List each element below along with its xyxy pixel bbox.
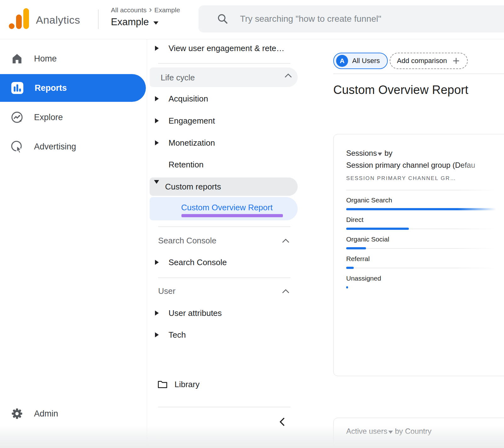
- card-dimension-line: Session primary channel group (Defau: [346, 161, 504, 170]
- sidebar-item-reports[interactable]: Reports: [0, 74, 146, 102]
- nav-section-user[interactable]: User: [147, 283, 300, 299]
- bar-organic-search: [346, 208, 504, 210]
- sidebar-item-advertising[interactable]: Advertising: [0, 139, 146, 154]
- nav-divider: [158, 63, 290, 64]
- metric-selector[interactable]: Active users: [346, 427, 387, 436]
- expand-right-icon: [155, 140, 160, 145]
- bar-label: Organic Social: [346, 235, 504, 244]
- nav-item-view-user-engagement[interactable]: View user engagement & rete…: [147, 40, 300, 56]
- sidebar-item-home[interactable]: Home: [0, 51, 146, 67]
- chevron-down-icon[interactable]: [378, 153, 382, 156]
- sidebar-item-label: Reports: [35, 83, 67, 93]
- property-selector[interactable]: Example: [111, 16, 158, 28]
- card-title: Active users by Country: [346, 427, 432, 436]
- segment-chip-label: All Users: [352, 57, 380, 65]
- nav-item-label: Engagement: [169, 116, 215, 126]
- sidebar-item-explore[interactable]: Explore: [0, 109, 146, 125]
- nav-item-engagement[interactable]: Engagement: [147, 113, 300, 129]
- nav-divider: [158, 407, 290, 407]
- bar-direct: [346, 228, 409, 230]
- reports-icon: [11, 81, 24, 95]
- breadcrumb-leaf: Example: [154, 6, 180, 14]
- breadcrumb[interactable]: All accounts › Example: [111, 6, 180, 14]
- segment-chip-all-users[interactable]: A All Users: [333, 53, 388, 69]
- card-divider: [346, 190, 504, 190]
- ga-analytics-screen: Analytics All accounts › Example Example…: [0, 0, 504, 448]
- bar-track: [346, 268, 504, 268]
- nav-item-label: Retention: [169, 160, 203, 170]
- nav-item-label[interactable]: Custom Overview Report: [181, 203, 272, 212]
- sidebar-item-label: Explore: [34, 113, 63, 122]
- collapse-drawer-button[interactable]: [277, 416, 288, 427]
- header-divider: [98, 9, 99, 29]
- bar-row-organic-social[interactable]: Organic Social: [346, 235, 504, 254]
- home-icon: [10, 52, 24, 66]
- bar-row-unassigned[interactable]: Unassigned: [346, 274, 504, 293]
- product-name: Analytics: [36, 14, 80, 26]
- search-icon: [217, 13, 229, 25]
- chevron-up-icon[interactable]: [282, 238, 289, 243]
- sidebar-item-admin[interactable]: Admin: [0, 406, 146, 422]
- highlight-underline: [181, 214, 283, 217]
- nav-item-library[interactable]: Library: [147, 376, 300, 392]
- nav-item-custom-reports[interactable]: Custom reports: [150, 177, 298, 196]
- bar-unassigned: [346, 286, 348, 288]
- expand-right-icon: [155, 311, 160, 316]
- bar-row-organic-search[interactable]: Organic Search: [346, 195, 504, 215]
- nav-item-tech[interactable]: Tech: [147, 327, 300, 343]
- chevron-up-icon[interactable]: [282, 289, 289, 294]
- bar-label: Referral: [346, 254, 504, 264]
- google-analytics-logo-icon[interactable]: [9, 8, 29, 31]
- nav-item-retention[interactable]: Retention: [147, 157, 300, 172]
- bar-referral: [346, 267, 354, 269]
- nav-item-user-attributes[interactable]: User attributes: [147, 305, 300, 321]
- nav-item-label: Acquisition: [169, 94, 208, 104]
- nav-item-custom-overview-report[interactable]: Custom Overview Report: [150, 197, 298, 220]
- advertising-icon: [10, 140, 24, 154]
- nav-item-label: View user engagement & rete…: [169, 44, 284, 53]
- nav-section-label: Search Console: [158, 236, 216, 246]
- search-placeholder: Try searching "how to create funnel": [240, 14, 381, 24]
- nav-item-label: Tech: [169, 330, 186, 340]
- folder-icon: [158, 380, 168, 389]
- bar-row-direct[interactable]: Direct: [346, 215, 504, 235]
- metric-selector[interactable]: Sessions: [346, 149, 377, 158]
- nav-item-label: User attributes: [169, 308, 222, 318]
- chevron-up-icon[interactable]: [284, 73, 292, 78]
- card-overflow-fade: [458, 418, 504, 448]
- segment-avatar: A: [336, 55, 348, 67]
- gear-icon: [10, 407, 24, 421]
- nav-item-monetization[interactable]: Monetization: [147, 135, 300, 151]
- page-title: Custom Overview Report: [333, 83, 468, 97]
- sessions-by-channel-card: Sessions by Session primary channel grou…: [333, 134, 504, 376]
- property-name: Example: [111, 16, 149, 28]
- nav-item-acquisition[interactable]: Acquisition: [147, 91, 300, 107]
- plus-icon: [452, 56, 461, 65]
- nav-item-label: Monetization: [169, 138, 215, 148]
- nav-item-search-console[interactable]: Search Console: [147, 254, 300, 270]
- nav-item-label: Custom reports: [165, 182, 221, 192]
- bar-row-referral[interactable]: Referral: [346, 254, 504, 274]
- add-comparison-button[interactable]: Add comparison: [390, 53, 468, 69]
- expand-right-icon: [155, 332, 160, 337]
- expand-right-icon: [155, 46, 160, 51]
- add-comparison-label: Add comparison: [397, 57, 447, 65]
- nav-item-label: Library: [175, 380, 199, 389]
- bar-label: Direct: [346, 215, 504, 224]
- expand-right-icon: [155, 260, 160, 265]
- nav-item-label: Search Console: [169, 258, 227, 267]
- nav-section-label: Life cycle: [161, 73, 195, 83]
- dimension-column-header[interactable]: SESSION PRIMARY CHANNEL GR…: [346, 175, 456, 182]
- card-title-suffix: by: [384, 149, 392, 158]
- primary-sidebar: Home Reports E: [0, 39, 147, 448]
- reports-nav-drawer: View user engagement & rete… Life cycle …: [147, 39, 300, 448]
- active-users-by-country-card: Active users by Country: [333, 418, 504, 448]
- nav-section-search-console[interactable]: Search Console: [147, 233, 300, 248]
- explore-icon: [10, 110, 24, 124]
- breadcrumb-root: All accounts: [111, 6, 146, 14]
- sidebar-item-label: Advertising: [34, 142, 76, 152]
- chevron-down-icon[interactable]: [388, 431, 393, 434]
- bar-label: Unassigned: [346, 274, 504, 283]
- nav-section-life-cycle[interactable]: Life cycle: [150, 67, 298, 87]
- search-input[interactable]: Try searching "how to create funnel": [198, 5, 504, 32]
